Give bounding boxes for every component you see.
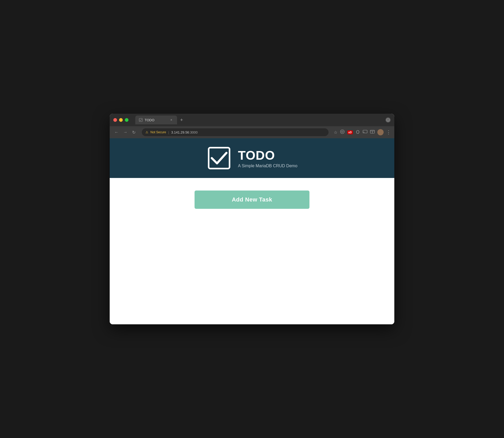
browser-addressbar: ← → ↻ ⚠ Not Secure | 3.141.29.56:3000 ☆ …	[110, 126, 394, 138]
new-tab-button[interactable]: +	[178, 116, 185, 124]
address-bar-separator: |	[168, 130, 169, 134]
app-logo-icon	[207, 146, 232, 171]
camera-icon[interactable]	[340, 129, 345, 135]
tab-bar: TODO × +	[135, 116, 383, 124]
forward-button[interactable]: →	[122, 129, 128, 136]
browser-window: TODO × + ← → ↻ ⚠ Not Secure | 3.141.29.5…	[110, 114, 394, 324]
browser-tab-active[interactable]: TODO ×	[135, 116, 177, 124]
app-header-inner: TODO A Simple MariaDB CRUD Demo	[207, 146, 297, 171]
user-avatar[interactable]	[377, 129, 384, 135]
reload-button[interactable]: ↻	[131, 129, 137, 136]
browser-titlebar: TODO × +	[110, 114, 394, 126]
app-header: TODO A Simple MariaDB CRUD Demo	[110, 138, 394, 178]
tab-close-button[interactable]: ×	[169, 118, 173, 122]
svg-point-3	[342, 131, 343, 132]
address-bar[interactable]: ⚠ Not Secure | 3.141.29.56:3000	[142, 128, 329, 136]
puzzle-icon[interactable]	[355, 129, 360, 135]
svg-point-2	[340, 130, 344, 134]
traffic-lights	[113, 118, 128, 122]
app-title-block: TODO A Simple MariaDB CRUD Demo	[238, 148, 297, 168]
app-title: TODO	[238, 148, 297, 163]
svg-point-1	[386, 118, 390, 122]
url-suffix: :3000	[189, 130, 198, 134]
app-subtitle: A Simple MariaDB CRUD Demo	[238, 164, 297, 168]
app-content: Add New Task	[110, 178, 394, 324]
tab-favicon-icon	[139, 118, 143, 122]
close-button[interactable]	[113, 118, 117, 122]
security-warning-label: Not Secure	[150, 130, 166, 134]
tab-title: TODO	[145, 118, 167, 122]
maximize-button[interactable]	[125, 118, 128, 122]
cast-icon[interactable]	[363, 130, 367, 135]
bookmark-icon[interactable]: ☆	[334, 130, 337, 135]
tab-search-icon[interactable]	[370, 129, 375, 135]
ublock-icon[interactable]: uD	[347, 130, 353, 134]
security-warning-icon: ⚠	[145, 130, 148, 134]
more-options-icon[interactable]: ⋮	[386, 129, 391, 135]
svg-rect-4	[363, 130, 367, 133]
url-prefix: 3.141.29.56	[171, 130, 189, 134]
address-bar-actions: ☆ uD	[334, 129, 391, 135]
browser-extensions	[385, 117, 391, 123]
back-button[interactable]: ←	[113, 129, 120, 136]
extensions-dropdown-icon[interactable]	[385, 117, 391, 123]
address-bar-url: 3.141.29.56:3000	[171, 130, 197, 134]
add-new-task-button[interactable]: Add New Task	[195, 191, 309, 209]
minimize-button[interactable]	[119, 118, 123, 122]
